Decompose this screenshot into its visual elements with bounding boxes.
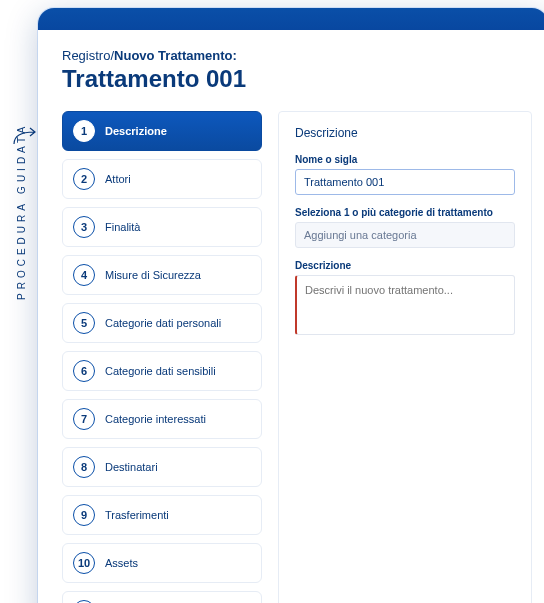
step-number-icon: 4	[73, 264, 95, 286]
wizard-arrow-icon	[12, 126, 38, 146]
step-number-icon: 6	[73, 360, 95, 382]
step-label: Categorie dati personali	[105, 317, 221, 329]
step-number-icon: 10	[73, 552, 95, 574]
page-title: Trattamento 001	[62, 65, 524, 93]
step-label: Categorie interessati	[105, 413, 206, 425]
form-panel: Descrizione Nome o sigla Seleziona 1 o p…	[278, 111, 532, 603]
panel-title: Descrizione	[295, 126, 515, 140]
step-label: Descrizione	[105, 125, 167, 137]
wizard-step-2[interactable]: 2Attori	[62, 159, 262, 199]
name-input[interactable]	[295, 169, 515, 195]
step-label: Finalità	[105, 221, 140, 233]
step-label: Attori	[105, 173, 131, 185]
description-label: Descrizione	[295, 260, 515, 271]
wizard-step-8[interactable]: 8Destinatari	[62, 447, 262, 487]
wizard-step-4[interactable]: 4Misure di Sicurezza	[62, 255, 262, 295]
category-select[interactable]: Aggiungi una categoria	[295, 222, 515, 248]
wizard-step-3[interactable]: 3Finalità	[62, 207, 262, 247]
step-number-icon: 5	[73, 312, 95, 334]
step-number-icon: 7	[73, 408, 95, 430]
wizard-step-11[interactable]: 11Campi personalizzati	[62, 591, 262, 603]
wizard-step-10[interactable]: 10Assets	[62, 543, 262, 583]
wizard-step-5[interactable]: 5Categorie dati personali	[62, 303, 262, 343]
step-number-icon: 2	[73, 168, 95, 190]
description-textarea[interactable]	[295, 275, 515, 335]
step-number-icon: 1	[73, 120, 95, 142]
window-topbar	[38, 8, 544, 30]
breadcrumb-current: Nuovo Trattamento:	[114, 48, 237, 63]
step-label: Misure di Sicurezza	[105, 269, 201, 281]
step-number-icon: 3	[73, 216, 95, 238]
wizard-step-9[interactable]: 9Trasferimenti	[62, 495, 262, 535]
wizard-step-1[interactable]: 1Descrizione	[62, 111, 262, 151]
step-number-icon: 9	[73, 504, 95, 526]
step-number-icon: 8	[73, 456, 95, 478]
step-label: Assets	[105, 557, 138, 569]
step-label: Destinatari	[105, 461, 158, 473]
breadcrumb-root: Registro	[62, 48, 110, 63]
wizard-step-6[interactable]: 6Categorie dati sensibili	[62, 351, 262, 391]
wizard-side-label: PROCEDURA GUIDATA	[16, 123, 27, 300]
page-header: Registro/Nuovo Trattamento: Trattamento …	[38, 30, 544, 103]
app-window: Registro/Nuovo Trattamento: Trattamento …	[38, 8, 544, 603]
wizard-steps: 1Descrizione2Attori3Finalità4Misure di S…	[62, 111, 262, 603]
step-label: Trasferimenti	[105, 509, 169, 521]
step-label: Categorie dati sensibili	[105, 365, 216, 377]
breadcrumb: Registro/Nuovo Trattamento:	[62, 48, 524, 63]
name-label: Nome o sigla	[295, 154, 515, 165]
wizard-step-7[interactable]: 7Categorie interessati	[62, 399, 262, 439]
category-label: Seleziona 1 o più categorie di trattamen…	[295, 207, 515, 218]
